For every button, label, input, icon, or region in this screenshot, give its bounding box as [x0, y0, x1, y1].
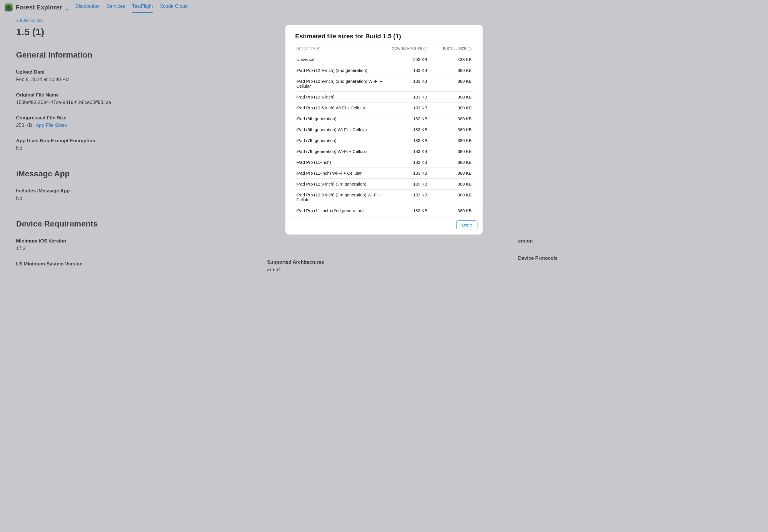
device-type-cell: iPad Pro (12.9-inch) (3rd generation) Wi…	[295, 190, 384, 205]
col-device: DEVICE TYPE	[295, 44, 384, 54]
help-icon[interactable]: ?	[468, 47, 472, 51]
device-type-cell: iPad (7th generation)	[295, 135, 384, 146]
device-type-cell: iPad Pro (12.9-inch) (3rd generation)	[295, 179, 384, 190]
download-size-cell: 183 KB	[384, 157, 428, 168]
download-size-cell: 183 KB	[384, 113, 428, 124]
help-icon[interactable]: ?	[423, 47, 427, 51]
table-row: iPad (7th generation)183 KB380 KB	[295, 135, 473, 146]
download-size-cell: 183 KB	[384, 168, 428, 179]
table-row: iPad (6th generation) Wi-Fi + Cellular18…	[295, 124, 473, 135]
download-size-cell: 183 KB	[384, 190, 428, 205]
table-row: iPad Pro (11-inch)183 KB380 KB	[295, 157, 473, 168]
download-size-cell: 183 KB	[384, 135, 428, 146]
download-size-cell: 183 KB	[384, 146, 428, 157]
install-size-cell: 380 KB	[428, 146, 473, 157]
col-install: INSTALL SIZE?	[428, 44, 473, 54]
device-type-cell: iPad Pro (10.5-inch)	[295, 92, 384, 103]
install-size-cell: 380 KB	[428, 113, 473, 124]
file-sizes-table: DEVICE TYPE DOWNLOAD SIZE? INSTALL SIZE?…	[295, 44, 473, 216]
install-size-cell: 380 KB	[428, 168, 473, 179]
device-type-cell: Universal	[295, 54, 384, 65]
download-size-cell: 183 KB	[384, 76, 428, 92]
device-type-cell: iPad Pro (10.5-inch) Wi-Fi + Cellular	[295, 103, 384, 113]
table-row: iPad Pro (12.9-inch) (2nd generation) Wi…	[295, 76, 473, 92]
device-type-cell: iPad Pro (11-inch) (2nd generation)	[295, 205, 384, 216]
download-size-cell: 253 KB	[384, 54, 428, 65]
device-type-cell: iPad (7th generation) Wi-Fi + Cellular	[295, 146, 384, 157]
install-size-cell: 380 KB	[428, 190, 473, 205]
table-row: iPad Pro (12.9-inch) (3rd generation) Wi…	[295, 190, 473, 205]
col-download: DOWNLOAD SIZE?	[384, 44, 428, 54]
download-size-cell: 183 KB	[384, 92, 428, 103]
install-size-cell: 380 KB	[428, 205, 473, 216]
device-type-cell: iPad Pro (11-inch)	[295, 157, 384, 168]
download-size-cell: 183 KB	[384, 179, 428, 190]
table-row: iPad Pro (11-inch) Wi-Fi + Cellular183 K…	[295, 168, 473, 179]
done-button[interactable]: Done	[456, 220, 477, 229]
table-row: iPad Pro (11-inch) (2nd generation)183 K…	[295, 205, 473, 216]
download-size-cell: 183 KB	[384, 103, 428, 113]
table-row: Universal253 KB433 KB	[295, 54, 473, 65]
install-size-cell: 380 KB	[428, 65, 473, 76]
table-row: iPad Pro (12.9-inch) (3rd generation)183…	[295, 179, 473, 190]
table-row: iPad Pro (10.5-inch) Wi-Fi + Cellular183…	[295, 103, 473, 113]
device-type-cell: iPad (6th generation) Wi-Fi + Cellular	[295, 124, 384, 135]
device-type-cell: iPad Pro (12.9-inch) (2nd generation) Wi…	[295, 76, 384, 92]
download-size-cell: 183 KB	[384, 124, 428, 135]
device-type-cell: iPad Pro (11-inch) Wi-Fi + Cellular	[295, 168, 384, 179]
table-row: iPad Pro (10.5-inch)183 KB380 KB	[295, 92, 473, 103]
install-size-cell: 380 KB	[428, 92, 473, 103]
modal-table-scroll[interactable]: DEVICE TYPE DOWNLOAD SIZE? INSTALL SIZE?…	[286, 44, 482, 216]
modal-title: Estimated file sizes for Build 1.5 (1)	[295, 33, 473, 40]
file-sizes-modal: Estimated file sizes for Build 1.5 (1) D…	[286, 25, 482, 235]
download-size-cell: 183 KB	[384, 205, 428, 216]
device-type-cell: iPad (6th generation)	[295, 113, 384, 124]
install-size-cell: 380 KB	[428, 103, 473, 113]
table-row: iPad Pro (12.9-inch) (2nd generation)183…	[295, 65, 473, 76]
table-row: iPad (6th generation)183 KB380 KB	[295, 113, 473, 124]
install-size-cell: 380 KB	[428, 135, 473, 146]
download-size-cell: 183 KB	[384, 65, 428, 76]
device-type-cell: iPad Pro (12.9-inch) (2nd generation)	[295, 65, 384, 76]
install-size-cell: 380 KB	[428, 124, 473, 135]
install-size-cell: 433 KB	[428, 54, 473, 65]
install-size-cell: 380 KB	[428, 157, 473, 168]
install-size-cell: 380 KB	[428, 76, 473, 92]
table-row: iPad (7th generation) Wi-Fi + Cellular18…	[295, 146, 473, 157]
modal-scrim[interactable]: Estimated file sizes for Build 1.5 (1) D…	[0, 0, 768, 532]
install-size-cell: 380 KB	[428, 179, 473, 190]
